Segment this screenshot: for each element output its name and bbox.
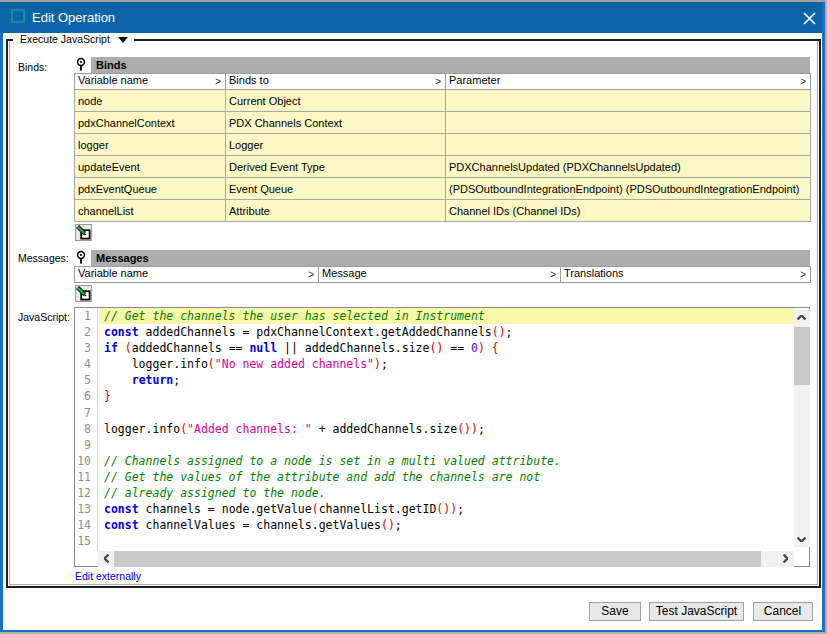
code-token	[485, 341, 492, 355]
table-row[interactable]: pdxChannelContextPDX Channels Context	[75, 112, 811, 134]
code-line[interactable]: logger.info("No new added channels");	[99, 356, 794, 372]
column-expand-icon[interactable]: >	[308, 267, 314, 282]
code-token: channels = node.getValue	[139, 502, 312, 516]
code-token: addedChannels ==	[132, 341, 250, 355]
table-cell[interactable]: pdxChannelContext	[75, 112, 226, 134]
cancel-button[interactable]: Cancel	[753, 602, 813, 621]
code-token: const	[104, 518, 139, 532]
column-expand-icon[interactable]: >	[215, 74, 221, 89]
vertical-scroll-thumb[interactable]	[794, 327, 810, 385]
titlebar[interactable]: Edit Operation	[0, 2, 825, 33]
code-token: "Added channels: "	[187, 422, 312, 436]
messages-panel-title: Messages	[96, 252, 149, 264]
column-expand-icon[interactable]: >	[435, 74, 441, 89]
test-javascript-button[interactable]: Test JavaScript	[649, 602, 744, 621]
horizontal-scrollbar[interactable]	[98, 551, 794, 567]
code-token: null	[249, 341, 277, 355]
column-header[interactable]: >Variable name	[75, 74, 226, 90]
table-row[interactable]: updateEventDerived Event TypePDXChannels…	[75, 156, 811, 178]
code-line[interactable]: return;	[99, 372, 794, 388]
window-title: Edit Operation	[32, 2, 115, 33]
code-line[interactable]	[99, 533, 794, 549]
horizontal-scroll-thumb[interactable]	[114, 551, 761, 567]
scroll-down-arrow[interactable]	[794, 531, 810, 547]
operation-type-dropdown[interactable]: Execute JavaScript	[13, 33, 134, 46]
code-line[interactable]: // Get the values of the attribute and a…	[99, 469, 794, 485]
code-token: (	[125, 341, 132, 355]
table-cell[interactable]: channelList	[75, 200, 226, 222]
line-number: 7	[75, 405, 97, 421]
scroll-left-arrow[interactable]	[98, 551, 114, 567]
table-cell[interactable]: PDXChannelsUpdated (PDXChannelsUpdated)	[446, 156, 811, 178]
column-header[interactable]: >Binds to	[226, 74, 446, 90]
table-cell[interactable]: PDX Channels Context	[226, 112, 446, 134]
table-row[interactable]: loggerLogger	[75, 134, 811, 156]
code-line[interactable]: // already assigned to the node.	[99, 485, 794, 501]
column-header-label: Message	[322, 267, 367, 279]
table-cell[interactable]: Attribute	[226, 200, 446, 222]
column-header[interactable]: >Translations	[561, 267, 811, 283]
code-token: ;	[395, 518, 402, 532]
table-cell[interactable]: node	[75, 90, 226, 112]
header-row: >Variable name>Message>Translations	[75, 267, 811, 283]
code-line[interactable]	[99, 405, 794, 421]
line-number: 11	[75, 469, 97, 485]
table-row[interactable]: nodeCurrent Object	[75, 90, 811, 112]
code-line[interactable]: const addedChannels = pdxChannelContext.…	[99, 324, 794, 340]
javascript-editor[interactable]: 123456789101112131415 // Get the channel…	[74, 307, 810, 567]
table-cell[interactable]: (PDSOutboundIntegrationEndpoint) (PDSOut…	[446, 178, 811, 200]
table-cell[interactable]: Derived Event Type	[226, 156, 446, 178]
vertical-scrollbar[interactable]	[794, 309, 810, 547]
code-line[interactable]: }	[99, 388, 794, 404]
table-cell[interactable]: Logger	[226, 134, 446, 156]
edit-operation-dialog: Edit Operation Execute JavaScript Binds:…	[0, 0, 827, 634]
line-number: 13	[75, 501, 97, 517]
code-line[interactable]: const channelValues = channels.getValues…	[99, 517, 794, 533]
edit-externally-link[interactable]: Edit externally	[75, 570, 141, 582]
messages-edit-button[interactable]	[75, 285, 92, 302]
column-expand-icon[interactable]: >	[800, 267, 806, 282]
table-cell[interactable]: Channel IDs (Channel IDs)	[446, 200, 811, 222]
code-line[interactable]: logger.info("Added channels: " + addedCh…	[99, 421, 794, 437]
table-cell[interactable]	[446, 134, 811, 156]
code-line[interactable]: if (addedChannels == null || addedChanne…	[99, 340, 794, 356]
code-line[interactable]: const channels = node.getValue(channelLi…	[99, 501, 794, 517]
table-cell[interactable]	[446, 112, 811, 134]
column-expand-icon[interactable]: >	[800, 74, 806, 89]
code-token: // Channels assigned to a node is set in…	[104, 454, 561, 468]
code-line[interactable]	[99, 437, 794, 453]
code-line[interactable]: // Channels assigned to a node is set in…	[99, 453, 794, 469]
window-left-border	[0, 33, 3, 632]
code-token: {	[492, 341, 499, 355]
table-cell[interactable]: pdxEventQueue	[75, 178, 226, 200]
column-expand-icon[interactable]: >	[550, 267, 556, 282]
table-cell[interactable]: Current Object	[226, 90, 446, 112]
column-header-label: Parameter	[449, 74, 500, 86]
column-header[interactable]: >Variable name	[75, 267, 319, 283]
code-area[interactable]: // Get the channels the user has selecte…	[99, 308, 794, 551]
code-line[interactable]: // Get the channels the user has selecte…	[99, 308, 794, 324]
table-cell[interactable]: updateEvent	[75, 156, 226, 178]
code-token: + addedChannels.size	[312, 422, 457, 436]
code-token: || addedChannels.size	[277, 341, 429, 355]
line-number: 6	[75, 388, 97, 404]
scroll-up-arrow[interactable]	[794, 309, 810, 325]
save-button[interactable]: Save	[589, 602, 641, 621]
table-row[interactable]: pdxEventQueueEvent Queue(PDSOutboundInte…	[75, 178, 811, 200]
table-cell[interactable]: logger	[75, 134, 226, 156]
column-header[interactable]: >Parameter	[446, 74, 811, 90]
table-row[interactable]: channelListAttributeChannel IDs (Channel…	[75, 200, 811, 222]
code-token: ;	[506, 325, 513, 339]
close-icon	[803, 12, 816, 25]
binds-edit-button[interactable]	[75, 224, 92, 241]
scroll-right-arrow[interactable]	[778, 551, 794, 567]
column-header[interactable]: >Message	[319, 267, 561, 283]
table-cell[interactable]: Event Queue	[226, 178, 446, 200]
close-button[interactable]	[799, 7, 821, 29]
code-token: const	[104, 502, 139, 516]
operation-type-label: Execute JavaScript	[20, 33, 110, 46]
messages-pin-icon	[75, 250, 87, 266]
code-token: addedChannels = pdxChannelContext.getAdd…	[139, 325, 492, 339]
line-number: 14	[75, 517, 97, 533]
table-cell[interactable]	[446, 90, 811, 112]
